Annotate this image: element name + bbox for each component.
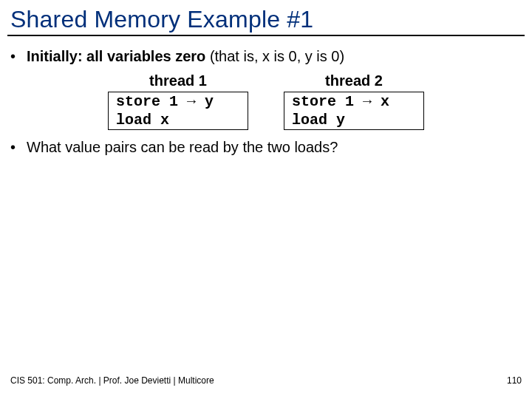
thread-2-box: store 1 → x load y	[284, 92, 424, 130]
footer-left: CIS 501: Comp. Arch. | Prof. Joe Deviett…	[10, 375, 214, 386]
bullet-initial-bold: Initially: all variables zero	[27, 48, 205, 64]
bullet-question: • What value pairs can be read by the tw…	[10, 137, 522, 157]
thread-2-line-2: load y	[292, 111, 416, 129]
thread-2-title: thread 2	[284, 71, 424, 91]
slide-number: 110	[507, 375, 522, 386]
slide-title: Shared Memory Example #1	[0, 0, 532, 35]
thread-1-line-2: load x	[116, 111, 240, 129]
thread-2: thread 2 store 1 → x load y	[284, 71, 424, 130]
thread-1: thread 1 store 1 → y load x	[108, 71, 248, 130]
thread-1-title: thread 1	[108, 71, 248, 91]
threads-container: thread 1 store 1 → y load x thread 2 sto…	[10, 71, 522, 130]
thread-2-line-1: store 1 → x	[292, 92, 416, 111]
bullet-initial: • Initially: all variables zero (that is…	[10, 47, 522, 66]
bullet-initial-rest: (that is, x is 0, y is 0)	[205, 48, 344, 64]
bullet-dot-icon: •	[10, 47, 27, 66]
thread-1-line-1: store 1 → y	[116, 92, 240, 111]
title-rule	[7, 35, 525, 36]
footer: CIS 501: Comp. Arch. | Prof. Joe Deviett…	[10, 375, 522, 386]
thread-1-box: store 1 → y load x	[108, 92, 248, 130]
bullet-dot-icon: •	[10, 137, 27, 157]
slide-content: • Initially: all variables zero (that is…	[0, 47, 532, 157]
bullet-question-text: What value pairs can be read by the two …	[27, 137, 338, 157]
bullet-initial-text: Initially: all variables zero (that is, …	[27, 47, 344, 66]
